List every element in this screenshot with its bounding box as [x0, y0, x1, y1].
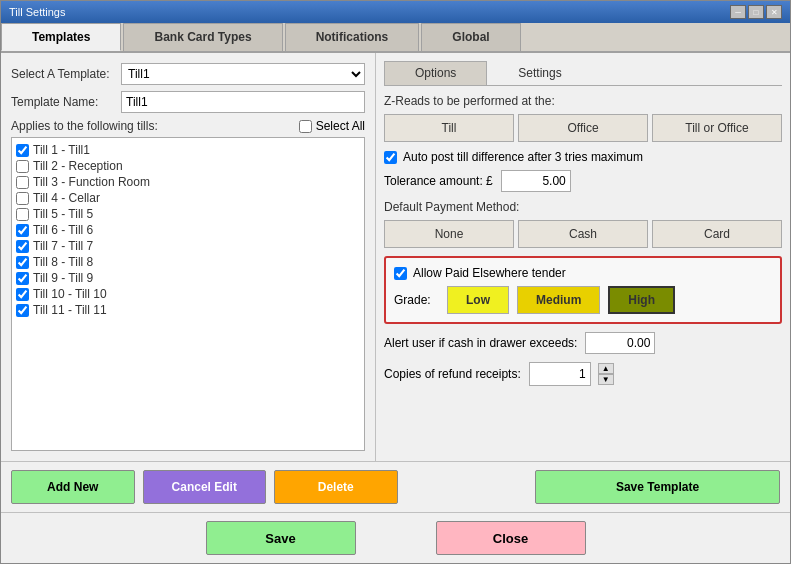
copies-spinner	[529, 362, 591, 386]
till-checkbox-2[interactable]	[16, 176, 29, 189]
template-name-row: Template Name:	[11, 91, 365, 113]
copies-input[interactable]	[530, 363, 590, 385]
list-item: Till 4 - Cellar	[16, 190, 360, 206]
select-all-checkbox[interactable]	[299, 120, 312, 133]
select-template-dropdown[interactable]: Till1	[121, 63, 365, 85]
tab-templates[interactable]: Templates	[1, 23, 121, 51]
applies-row: Applies to the following tills: Select A…	[11, 119, 365, 133]
payment-buttons: None Cash Card	[384, 220, 782, 248]
z-reads-buttons: Till Office Till or Office	[384, 114, 782, 142]
tab-global[interactable]: Global	[421, 23, 520, 51]
footer-buttons: Save Close	[1, 512, 790, 563]
paid-elsewhere-label: Allow Paid Elsewhere tender	[413, 266, 566, 280]
till-checkbox-8[interactable]	[16, 272, 29, 285]
copies-spinner-buttons: ▲ ▼	[598, 363, 614, 385]
till-label: Till 3 - Function Room	[33, 175, 150, 189]
till-checkbox-6[interactable]	[16, 240, 29, 253]
z-reads-till-button[interactable]: Till	[384, 114, 514, 142]
list-item: Till 1 - Till1	[16, 142, 360, 158]
till-label: Till 10 - Till 10	[33, 287, 107, 301]
title-bar: Till Settings ─ □ ✕	[1, 1, 790, 23]
tab-notifications[interactable]: Notifications	[285, 23, 420, 51]
copies-up-button[interactable]: ▲	[598, 363, 614, 374]
till-checkbox-10[interactable]	[16, 304, 29, 317]
till-checkbox-9[interactable]	[16, 288, 29, 301]
left-panel: Select A Template: Till1 Template Name: …	[1, 53, 376, 461]
main-tabs: Templates Bank Card Types Notifications …	[1, 23, 790, 53]
till-checkbox-3[interactable]	[16, 192, 29, 205]
select-template-row: Select A Template: Till1	[11, 63, 365, 85]
list-item: Till 10 - Till 10	[16, 286, 360, 302]
grade-high-button[interactable]: High	[608, 286, 675, 314]
content-area: Select A Template: Till1 Template Name: …	[1, 53, 790, 461]
list-item: Till 7 - Till 7	[16, 238, 360, 254]
sub-tabs: Options Settings	[384, 61, 782, 86]
maximize-button[interactable]: □	[748, 5, 764, 19]
tills-list: Till 1 - Till1Till 2 - ReceptionTill 3 -…	[11, 137, 365, 451]
list-item: Till 8 - Till 8	[16, 254, 360, 270]
till-label: Till 9 - Till 9	[33, 271, 93, 285]
select-all-area: Select All	[299, 119, 365, 133]
add-new-button[interactable]: Add New	[11, 470, 135, 504]
tolerance-input[interactable]	[501, 170, 571, 192]
till-label: Till 5 - Till 5	[33, 207, 93, 221]
till-checkbox-0[interactable]	[16, 144, 29, 157]
grade-low-button[interactable]: Low	[447, 286, 509, 314]
list-item: Till 5 - Till 5	[16, 206, 360, 222]
bottom-buttons: Add New Cancel Edit Delete Save Template	[1, 461, 790, 512]
tolerance-label: Tolerance amount: £	[384, 174, 493, 188]
close-button[interactable]: ✕	[766, 5, 782, 19]
till-checkbox-7[interactable]	[16, 256, 29, 269]
till-label: Till 4 - Cellar	[33, 191, 100, 205]
cancel-edit-button[interactable]: Cancel Edit	[143, 470, 267, 504]
alert-input[interactable]	[585, 332, 655, 354]
save-button[interactable]: Save	[206, 521, 356, 555]
tab-bank-card-types[interactable]: Bank Card Types	[123, 23, 282, 51]
auto-post-checkbox[interactable]	[384, 151, 397, 164]
right-panel: Options Settings Z-Reads to be performed…	[376, 53, 790, 461]
auto-post-label: Auto post till difference after 3 tries …	[403, 150, 643, 164]
grade-label: Grade:	[394, 293, 439, 307]
copies-down-button[interactable]: ▼	[598, 374, 614, 385]
list-item: Till 3 - Function Room	[16, 174, 360, 190]
tolerance-row: Tolerance amount: £	[384, 170, 782, 192]
template-name-input[interactable]	[121, 91, 365, 113]
copies-row: Copies of refund receipts: ▲ ▼	[384, 362, 782, 386]
grade-row: Grade: Low Medium High	[394, 286, 772, 314]
till-checkbox-1[interactable]	[16, 160, 29, 173]
payment-card-button[interactable]: Card	[652, 220, 782, 248]
delete-button[interactable]: Delete	[274, 470, 398, 504]
default-payment-label: Default Payment Method:	[384, 200, 782, 214]
grade-medium-button[interactable]: Medium	[517, 286, 600, 314]
till-label: Till 8 - Till 8	[33, 255, 93, 269]
till-label: Till 2 - Reception	[33, 159, 123, 173]
till-label: Till 7 - Till 7	[33, 239, 93, 253]
payment-none-button[interactable]: None	[384, 220, 514, 248]
minimize-button[interactable]: ─	[730, 5, 746, 19]
payment-cash-button[interactable]: Cash	[518, 220, 648, 248]
window-title: Till Settings	[9, 6, 65, 18]
z-reads-till-or-office-button[interactable]: Till or Office	[652, 114, 782, 142]
close-button-footer[interactable]: Close	[436, 521, 586, 555]
list-item: Till 11 - Till 11	[16, 302, 360, 318]
main-window: Till Settings ─ □ ✕ Templates Bank Card …	[0, 0, 791, 564]
paid-elsewhere-checkbox[interactable]	[394, 267, 407, 280]
z-reads-label: Z-Reads to be performed at the:	[384, 94, 782, 108]
sub-tab-settings[interactable]: Settings	[487, 61, 592, 85]
till-checkbox-4[interactable]	[16, 208, 29, 221]
list-item: Till 6 - Till 6	[16, 222, 360, 238]
till-checkbox-5[interactable]	[16, 224, 29, 237]
applies-label: Applies to the following tills:	[11, 119, 299, 133]
sub-tab-options[interactable]: Options	[384, 61, 487, 85]
alert-label: Alert user if cash in drawer exceeds:	[384, 336, 577, 350]
list-item: Till 9 - Till 9	[16, 270, 360, 286]
select-template-label: Select A Template:	[11, 67, 121, 81]
save-template-button[interactable]: Save Template	[535, 470, 780, 504]
till-label: Till 1 - Till1	[33, 143, 90, 157]
z-reads-office-button[interactable]: Office	[518, 114, 648, 142]
paid-elsewhere-box: Allow Paid Elsewhere tender Grade: Low M…	[384, 256, 782, 324]
alert-row: Alert user if cash in drawer exceeds:	[384, 332, 782, 354]
paid-elsewhere-row: Allow Paid Elsewhere tender	[394, 266, 772, 280]
till-label: Till 11 - Till 11	[33, 303, 107, 317]
till-label: Till 6 - Till 6	[33, 223, 93, 237]
